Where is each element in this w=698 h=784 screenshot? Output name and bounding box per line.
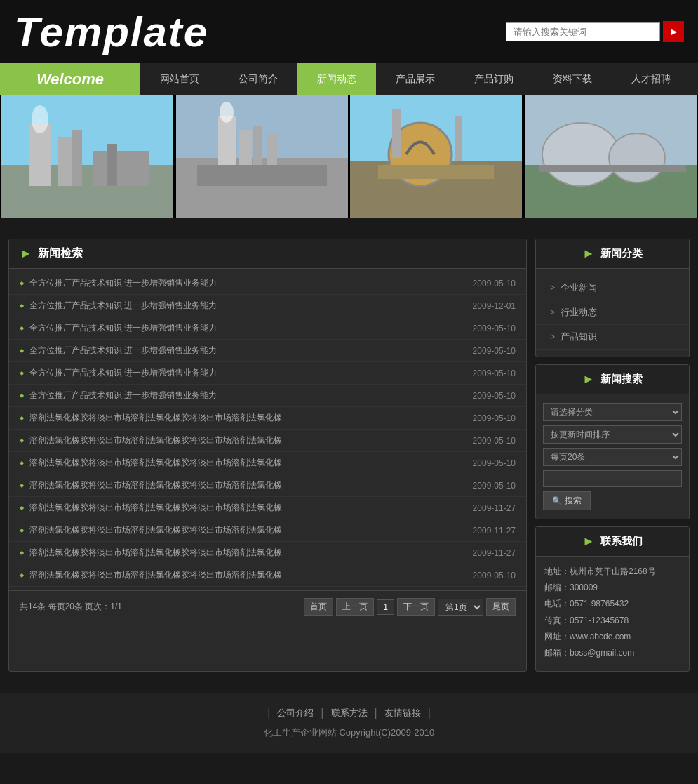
news-list-item[interactable]: ◆ 溶剂法氯化橡胶将淡出市场溶剂法氯化橡胶将淡出市场溶剂法氯化橡 2009-05… — [9, 474, 526, 497]
news-item-date: 2009-05-10 — [473, 413, 516, 423]
right-panel: ► 新闻分类 > 企业新闻 > 行业动态 > 产品知识 — [535, 239, 690, 672]
contact-arrow-icon: ► — [582, 534, 595, 549]
news-item-date: 2009-05-10 — [473, 346, 516, 356]
news-list-item[interactable]: ◆ 溶剂法氯化橡胶将淡出市场溶剂法氯化橡胶将淡出市场溶剂法氯化橡 2009-05… — [9, 407, 526, 430]
news-list-item[interactable]: ◆ 溶剂法氯化橡胶将淡出市场溶剂法氯化橡胶将淡出市场溶剂法氯化橡 2009-05… — [9, 430, 526, 452]
contact-title: 联系我们 — [600, 535, 643, 548]
category-header: ► 新闻分类 — [536, 239, 689, 269]
first-page-button[interactable]: 首页 — [304, 598, 333, 616]
nav-item-about[interactable]: 公司简介 — [219, 63, 297, 95]
news-list-item[interactable]: ◆ 全方位推厂产品技术知识 进一步增强销售业务能力 2009-05-10 — [9, 385, 526, 407]
footer-link-friendlinks[interactable]: 友情链接 — [384, 707, 421, 719]
navbar: Welcome 网站首页 公司简介 新闻动态 产品展示 产品订购 资料下载 人才… — [0, 63, 698, 95]
news-item-date: 2009-05-10 — [473, 391, 516, 401]
nav-item-order[interactable]: 产品订购 — [455, 63, 533, 95]
footer: | 公司介绍 | 联系方法 | 友情链接 | 化工生产企业网站 Copyrigh… — [0, 693, 698, 753]
logo: Template — [14, 8, 208, 56]
news-list-item[interactable]: ◆ 溶剂法氯化橡胶将淡出市场溶剂法氯化橡胶将淡出市场溶剂法氯化橡 2009-11… — [9, 542, 526, 564]
svg-rect-3 — [58, 137, 72, 186]
nav-item-products[interactable]: 产品展示 — [376, 63, 455, 95]
category-list: > 企业新闻 > 行业动态 > 产品知识 — [536, 269, 689, 357]
contact-website: 网址：www.abcde.com — [544, 630, 680, 644]
welcome-badge: Welcome — [0, 63, 140, 95]
svg-point-25 — [609, 133, 665, 182]
perpage-select[interactable]: 每页20条 — [543, 448, 682, 466]
news-list-item[interactable]: ◆ 全方位推厂产品技术知识 进一步增强销售业务能力 2009-05-10 — [9, 362, 526, 385]
news-item-date: 2009-11-27 — [473, 526, 516, 536]
news-list-item[interactable]: ◆ 全方位推厂产品技术知识 进一步增强销售业务能力 2009-12-01 — [9, 295, 526, 317]
category-item-enterprise[interactable]: > 企业新闻 — [536, 276, 689, 300]
contact-postcode: 邮编：300009 — [544, 581, 680, 594]
news-list-item[interactable]: ◆ 溶剂法氯化橡胶将淡出市场溶剂法氯化橡胶将淡出市场溶剂法氯化橡 2009-11… — [9, 497, 526, 519]
main-content: ► 新闻检索 ◆ 全方位推厂产品技术知识 进一步增强销售业务能力 2009-05… — [0, 239, 698, 672]
news-list-item[interactable]: ◆ 全方位推厂产品技术知识 进一步增强销售业务能力 2009-05-10 — [9, 340, 526, 362]
news-list-item[interactable]: ◆ 溶剂法氯化橡胶将淡出市场溶剂法氯化橡胶将淡出市场溶剂法氯化橡 2009-11… — [9, 519, 526, 542]
search-icon: 🔍 — [552, 496, 562, 505]
banner — [0, 95, 698, 218]
news-item-date: 2009-05-10 — [473, 571, 516, 580]
news-search-header: ► 新闻检索 — [9, 239, 526, 269]
category-title: 新闻分类 — [600, 247, 643, 260]
news-list-item[interactable]: ◆ 全方位推厂产品技术知识 进一步增强销售业务能力 2009-05-10 — [9, 272, 526, 295]
prev-page-button[interactable]: 上一页 — [336, 598, 374, 616]
footer-link-contact[interactable]: 联系方法 — [331, 707, 368, 719]
nav-item-recruitment[interactable]: 人才招聘 — [612, 63, 690, 95]
cat-arrow-icon: > — [550, 283, 555, 293]
nav-item-downloads[interactable]: 资料下载 — [533, 63, 612, 95]
news-list-item[interactable]: ◆ 溶剂法氯化橡胶将淡出市场溶剂法氯化橡胶将淡出市场溶剂法氯化橡 2009-05… — [9, 452, 526, 474]
news-search-section-title: 新闻搜索 — [600, 373, 643, 386]
contact-fax: 传真：0571-12345678 — [544, 614, 680, 627]
current-page: 1 — [377, 599, 394, 615]
news-list-item[interactable]: ◆ 溶剂法氯化橡胶将淡出市场溶剂法氯化橡胶将淡出市场溶剂法氯化橡 2009-05… — [9, 564, 526, 587]
category-item-product[interactable]: > 产品知识 — [536, 325, 689, 350]
svg-rect-20 — [455, 116, 462, 161]
news-bullet-icon: ◆ — [20, 505, 24, 511]
category-item-industry[interactable]: > 行业动态 — [536, 300, 689, 325]
page-controls: 首页 上一页 1 下一页 第1页 尾页 — [304, 598, 516, 616]
news-item-text: 全方位推厂产品技术知识 进一步增强销售业务能力 — [29, 322, 217, 334]
footer-link-about[interactable]: 公司介绍 — [277, 707, 314, 719]
search-button[interactable] — [663, 21, 684, 42]
page-select[interactable]: 第1页 — [438, 599, 483, 616]
news-search-title: 新闻检索 — [38, 246, 83, 261]
news-item-text: 溶剂法氯化橡胶将淡出市场溶剂法氯化橡胶将淡出市场溶剂法氯化橡 — [29, 434, 282, 446]
nav-item-home[interactable]: 网站首页 — [140, 63, 219, 95]
news-item-date: 2009-05-10 — [473, 324, 516, 333]
green-arrow-icon: ► — [20, 246, 32, 261]
contact-info: 地址：杭州市莫干山路2168号 邮编：300009 电话：0571-987654… — [536, 557, 689, 671]
news-item-text: 全方位推厂产品技术知识 进一步增强销售业务能力 — [29, 345, 217, 357]
news-item-text: 全方位推厂产品技术知识 进一步增强销售业务能力 — [29, 367, 217, 379]
svg-rect-15 — [197, 165, 327, 186]
news-bullet-icon: ◆ — [20, 415, 24, 421]
news-bullet-icon: ◆ — [20, 437, 24, 444]
search-area — [506, 21, 684, 42]
svg-rect-26 — [539, 165, 686, 172]
search-submit-button[interactable]: 🔍 搜索 — [543, 491, 591, 510]
news-item-date: 2009-05-10 — [473, 279, 516, 288]
cat-arrow-icon-3: > — [550, 332, 555, 342]
footer-links: | 公司介绍 | 联系方法 | 友情链接 | — [14, 707, 684, 719]
category-select[interactable]: 请选择分类 — [543, 403, 682, 421]
news-bullet-icon: ◆ — [20, 325, 24, 331]
category-arrow-icon: ► — [582, 246, 595, 261]
news-bullet-icon: ◆ — [20, 482, 24, 489]
news-item-date: 2009-11-27 — [473, 503, 516, 513]
search-input[interactable] — [506, 22, 660, 41]
news-list: ◆ 全方位推厂产品技术知识 进一步增强销售业务能力 2009-05-10 ◆ 全… — [9, 269, 526, 590]
news-list-item[interactable]: ◆ 全方位推厂产品技术知识 进一步增强销售业务能力 2009-05-10 — [9, 317, 526, 340]
left-panel: ► 新闻检索 ◆ 全方位推厂产品技术知识 进一步增强销售业务能力 2009-05… — [8, 239, 527, 672]
news-item-text: 溶剂法氯化橡胶将淡出市场溶剂法氯化橡胶将淡出市场溶剂法氯化橡 — [29, 412, 282, 424]
sort-select[interactable]: 按更新时间排序 — [543, 425, 682, 444]
keyword-input[interactable] — [543, 470, 682, 487]
news-bullet-icon: ◆ — [20, 347, 24, 354]
news-item-text: 溶剂法氯化橡胶将淡出市场溶剂法氯化橡胶将淡出市场溶剂法氯化橡 — [29, 502, 282, 514]
nav-item-news[interactable]: 新闻动态 — [297, 63, 376, 95]
banner-image-1 — [0, 95, 175, 218]
news-item-date: 2009-05-10 — [473, 368, 516, 378]
contact-header: ► 联系我们 — [536, 527, 689, 557]
last-page-button[interactable]: 尾页 — [486, 598, 516, 616]
category-section: ► 新闻分类 > 企业新闻 > 行业动态 > 产品知识 — [535, 239, 690, 357]
next-page-button[interactable]: 下一页 — [397, 598, 435, 616]
page-info: 共14条 每页20条 页次：1/1 — [20, 601, 122, 613]
footer-copyright: 化工生产企业网站 Copyright(C)2009-2010 — [14, 726, 684, 739]
